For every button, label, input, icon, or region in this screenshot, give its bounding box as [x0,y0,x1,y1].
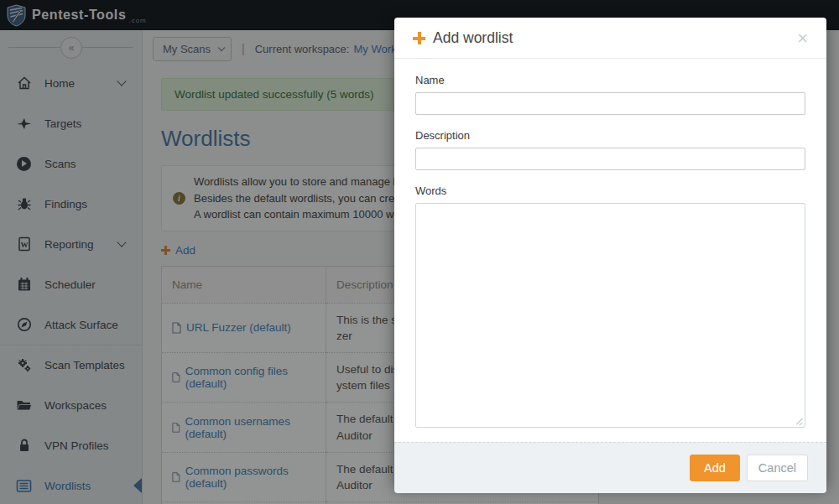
modal-header: Add wordlist × [394,18,826,59]
description-field-label: Description [415,129,805,142]
modal-footer: Add Cancel [394,442,826,493]
plus-icon [413,32,425,44]
words-textarea[interactable] [415,203,805,428]
close-icon[interactable]: × [797,31,808,46]
cancel-button[interactable]: Cancel [747,455,808,481]
description-field[interactable] [415,148,805,170]
modal-title: Add wordlist [433,29,513,47]
name-field-label: Name [415,74,805,86]
add-wordlist-modal: Add wordlist × Name Description Words Ad… [394,18,826,486]
words-field-label: Words [415,184,805,197]
add-button[interactable]: Add [690,455,740,481]
modal-body: Name Description Words [394,59,826,442]
name-field[interactable] [415,92,805,115]
